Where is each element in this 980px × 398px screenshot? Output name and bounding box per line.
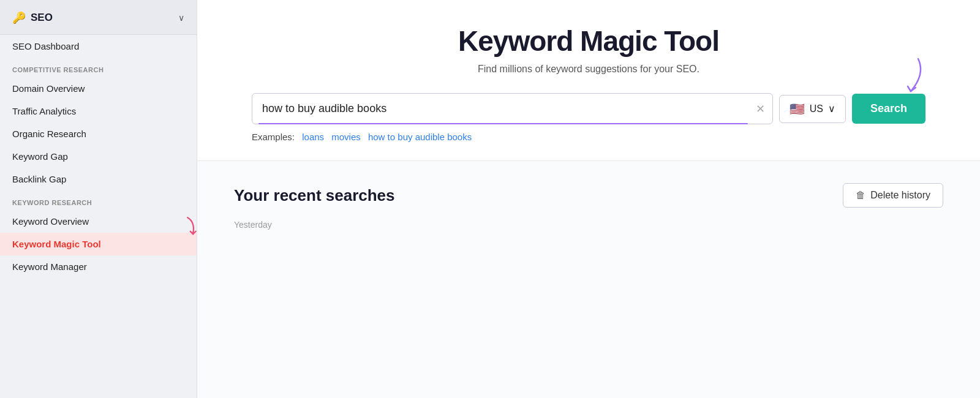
us-flag-icon: 🇺🇸 <box>790 102 805 116</box>
sidebar-section-competitive-research: COMPETITIVE RESEARCH <box>0 58 197 77</box>
sidebar-item-keyword-overview[interactable]: Keyword Overview <box>0 210 197 233</box>
page-subtitle: Find millions of keyword suggestions for… <box>234 64 943 75</box>
country-chevron-icon: ∨ <box>828 103 835 115</box>
search-button-wrapper: Search <box>852 94 925 124</box>
search-clear-button[interactable]: ✕ <box>748 97 772 121</box>
top-section: Keyword Magic Tool Find millions of keyw… <box>197 0 980 161</box>
sidebar-item-organic-research[interactable]: Organic Research <box>0 122 197 145</box>
recent-header: Your recent searches 🗑 Delete history <box>234 183 943 208</box>
sidebar-header[interactable]: 🔑 SEO ∨ <box>0 0 197 35</box>
chevron-down-icon: ∨ <box>178 13 184 23</box>
example-link-how-to-buy-audible-books[interactable]: how to buy audible books <box>368 132 472 142</box>
search-input-wrapper: ✕ <box>252 93 773 124</box>
sidebar-item-keyword-magic-tool[interactable]: Keyword Magic Tool <box>0 233 197 255</box>
sidebar-title: SEO <box>31 12 53 24</box>
country-select[interactable]: 🇺🇸 US ∨ <box>779 95 846 123</box>
sidebar-item-seo-dashboard[interactable]: SEO Dashboard <box>0 35 197 58</box>
search-row: ✕ 🇺🇸 US ∨ Search <box>252 93 925 124</box>
purple-arrow-decoration <box>888 56 924 99</box>
country-label: US <box>810 103 823 115</box>
examples-label: Examples: <box>252 132 295 142</box>
sidebar-item-keyword-gap[interactable]: Keyword Gap <box>0 145 197 168</box>
sidebar-item-traffic-analytics[interactable]: Traffic Analytics <box>0 100 197 122</box>
yesterday-label: Yesterday <box>234 220 943 230</box>
bottom-section: Your recent searches 🗑 Delete history Ye… <box>197 161 980 398</box>
delete-history-button[interactable]: 🗑 Delete history <box>843 183 943 208</box>
example-link-movies[interactable]: movies <box>331 132 361 142</box>
sidebar-item-keyword-manager[interactable]: Keyword Manager <box>0 255 197 278</box>
trash-icon: 🗑 <box>856 190 865 201</box>
seo-icon: 🔑 <box>12 11 26 24</box>
sidebar-item-domain-overview[interactable]: Domain Overview <box>0 77 197 100</box>
examples-row: Examples: loans movies how to buy audibl… <box>252 132 925 142</box>
sidebar: 🔑 SEO ∨ SEO Dashboard COMPETITIVE RESEAR… <box>0 0 197 398</box>
delete-history-label: Delete history <box>870 190 930 201</box>
example-link-loans[interactable]: loans <box>302 132 324 142</box>
sidebar-item-backlink-gap[interactable]: Backlink Gap <box>0 168 197 190</box>
sidebar-section-keyword-research: KEYWORD RESEARCH <box>0 190 197 210</box>
search-button[interactable]: Search <box>852 94 925 124</box>
recent-searches-title: Your recent searches <box>234 186 395 205</box>
page-title: Keyword Magic Tool <box>234 24 943 58</box>
sidebar-header-left: 🔑 SEO <box>12 11 53 24</box>
search-input[interactable] <box>252 94 748 124</box>
main-content: Keyword Magic Tool Find millions of keyw… <box>197 0 980 398</box>
